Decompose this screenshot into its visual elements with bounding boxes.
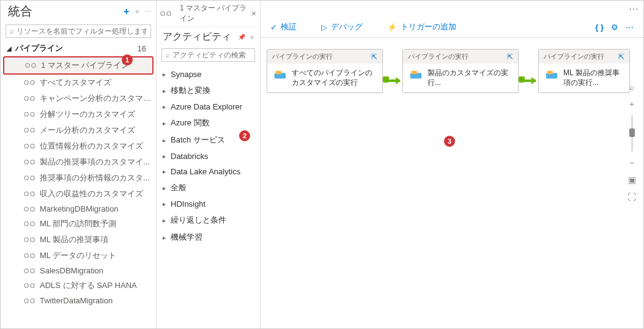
section-label: パイプライン [15,43,63,54]
pipeline-icon [24,282,35,289]
pipeline-tree: 1 マスター パイプラインすべてカスタマイズキャンペーン分析のカスタマイズ分解ツ… [1,56,156,328]
add-resource-icon[interactable]: + [124,6,129,17]
sidebar-item-label: キャンペーン分析のカスタマイズ [40,93,154,104]
activity-category[interactable]: ▸Data Lake Analytics [157,164,260,179]
expand-icon[interactable]: ⇱ [371,53,377,61]
sidebar-item-pipeline[interactable]: ADLS に対する SAP HANA [1,278,156,294]
activity-category[interactable]: ▸移動と変換 [157,82,260,99]
zoom-in-icon[interactable]: + [626,98,638,110]
tab-row: 1 マスター パイプライン × [157,1,260,27]
tab-active[interactable]: 1 マスター パイプライン [160,3,251,24]
sidebar-item-label: 分解ツリーのカスタマイズ [40,109,135,120]
braces-icon[interactable]: { } [595,23,604,32]
activity-label: Azure 関数 [171,117,210,128]
callout-badge-2: 2 [239,130,250,141]
close-icon[interactable]: × [251,9,256,18]
top-bar: ⋯ [261,1,643,17]
caret-right-icon: ▸ [163,234,166,241]
pipeline-icon [24,142,35,150]
pipeline-node-3[interactable]: パイプラインの実行 ⇱ ML 製品の推奨事項の実行... [538,49,630,93]
expand-icon[interactable]: ⇱ [618,53,624,61]
pipelines-section-header[interactable]: ◢ パイプライン 16 [1,40,156,56]
pipeline-node-1[interactable]: パイプラインの実行 ⇱ すべてのパイプラインのカスタマイズの実行 [267,49,383,93]
sidebar-item-pipeline[interactable]: キャンペーン分析のカスタマイズ [1,91,156,106]
sidebar-item-label: MarketingDBMigration [40,204,119,213]
activity-category[interactable]: ▸全般 [157,179,260,196]
caret-right-icon: ▸ [163,103,166,110]
collapse-icon[interactable]: « [135,8,139,15]
activity-category[interactable]: ▸Databricks [157,149,260,164]
zoom-thumb[interactable] [629,128,635,137]
execute-pipeline-icon [409,68,423,82]
zoom-out-icon[interactable]: − [626,157,638,169]
activity-label: 機械学習 [171,232,202,243]
activity-category[interactable]: ▸Synapse [157,67,260,82]
activity-category[interactable]: ▸Azure 関数 [157,114,260,131]
fit-screen-icon[interactable]: ▣ [626,174,638,186]
sidebar-item-pipeline[interactable]: すべてカスタマイズ [1,75,156,91]
execute-pipeline-icon [545,68,558,82]
zoom-reset-icon[interactable]: ⌕ [626,81,638,93]
caret-right-icon: ▸ [163,168,166,175]
sidebar-item-pipeline[interactable]: 位置情報分析のカスタマイズ [1,138,156,154]
sidebar-item-pipeline[interactable]: メール分析のカスタマイズ [1,122,156,138]
svg-rect-39 [547,71,553,75]
pipeline-canvas[interactable]: パイプラインの実行 ⇱ すべてのパイプラインのカスタマイズの実行 パイプラインの… [261,38,643,328]
sidebar-item-pipeline[interactable]: SalesDBMigration [1,264,156,278]
svg-point-14 [24,176,28,180]
activity-label: Azure Data Explorer [171,102,242,111]
trigger-icon: ⚡ [387,23,397,32]
svg-point-33 [167,12,171,15]
svg-point-17 [31,192,34,196]
activity-category[interactable]: ▸繰り返しと条件 [157,212,260,229]
pin-icon[interactable]: 📌 [238,34,245,40]
svg-point-12 [24,160,28,164]
search-icon: ⌕ [166,51,170,59]
overflow-icon[interactable]: ⋯ [626,23,634,32]
activities-panel: 1 マスター パイプライン × アクティビティ 📌 « ⌕ ▸Synapse▸移… [157,1,261,328]
add-trigger-button[interactable]: ⚡ トリガーの追加 [387,21,456,32]
settings-icon[interactable]: ⚙ [611,23,618,32]
sidebar-item-pipeline[interactable]: TwitterDataMigration [1,294,156,308]
activities-search-input[interactable] [172,51,264,59]
pipeline-icon [24,297,35,305]
sidebar-item-label: ML 製品の推奨事項 [40,234,108,245]
sidebar-item-pipeline[interactable]: 分解ツリーのカスタマイズ [1,106,156,122]
activities-search[interactable]: ⌕ [161,48,255,62]
activity-category[interactable]: ▸HDInsight [157,196,260,212]
validate-button[interactable]: ✓ 検証 [270,21,297,32]
svg-point-11 [31,144,34,148]
activity-label: 移動と変換 [171,85,210,96]
svg-point-24 [24,254,28,257]
sidebar-item-pipeline[interactable]: 推奨事項の分析情報のカスタ... [1,170,156,186]
debug-button[interactable]: ▷ デバッグ [321,21,363,32]
more-icon[interactable]: ⋯ [145,8,151,15]
activity-category[interactable]: ▸機械学習 [157,229,260,246]
sidebar-item-pipeline[interactable]: 製品の推奨事項のカスタマイ... [1,154,156,170]
expand-icon[interactable]: ⇱ [507,53,513,61]
more-menu-icon[interactable]: ⋯ [629,3,638,15]
fullscreen-icon[interactable]: ⛶ [626,191,638,203]
pipeline-icon [24,190,35,198]
pipeline-node-2[interactable]: パイプラインの実行 ⇱ 製品のカスタマイズの実行... [402,49,519,93]
sidebar-item-pipeline[interactable]: MarketingDBMigration [1,202,156,216]
svg-point-19 [31,207,34,210]
sidebar-item-pipeline[interactable]: 収入の収益性のカスタマイズ [1,186,156,202]
caret-right-icon: ▸ [163,71,166,78]
svg-point-29 [31,284,34,287]
sidebar-item-label: SalesDBMigration [40,266,103,275]
sidebar-item-pipeline[interactable]: ML データのリセット [1,248,156,264]
svg-point-4 [24,97,28,100]
debug-label: デバッグ [331,21,363,32]
sidebar-item-pipeline[interactable]: ML 部門の訪問数予測 [1,216,156,232]
svg-point-1 [32,64,35,67]
sidebar-search-input[interactable] [17,27,147,35]
zoom-slider[interactable] [631,115,633,152]
sidebar-item-pipeline[interactable]: ML 製品の推奨事項 [1,232,156,248]
activity-category[interactable]: ▸Azure Data Explorer [157,99,260,114]
sidebar-search[interactable]: ⌕ [6,24,151,38]
sidebar-item-label: TwitterDataMigration [40,296,113,305]
pipeline-icon [24,205,35,213]
collapse-left-icon[interactable]: « [250,34,254,40]
caret-right-icon: ▸ [163,153,166,160]
